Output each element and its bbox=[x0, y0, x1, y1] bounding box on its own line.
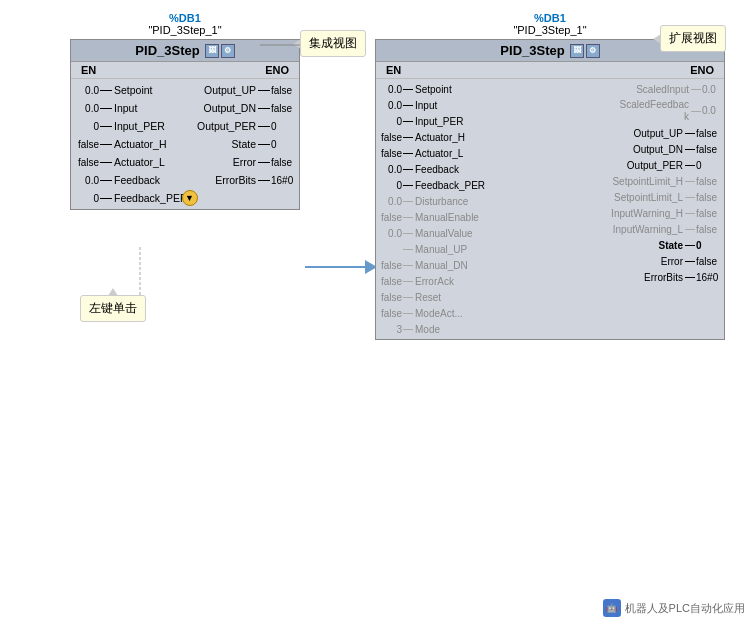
main-arrow bbox=[305, 260, 377, 274]
pin-row: Output_DN false bbox=[192, 99, 299, 117]
left-input-pins: 0.0 Setpoint 0.0 Input 0 Input_PER false bbox=[71, 79, 190, 209]
arrow-line bbox=[305, 266, 365, 268]
pin-row: false Actuator_L bbox=[376, 145, 548, 161]
expand-button[interactable]: ▼ bbox=[182, 190, 198, 206]
pin-line bbox=[100, 90, 112, 91]
pin-row: false Actuator_H bbox=[376, 129, 548, 145]
left-db-name: "PID_3Step_1" bbox=[70, 24, 300, 36]
pin-row: ScaledFeedback 0.0 bbox=[552, 97, 724, 125]
pin-row: Error false bbox=[192, 153, 299, 171]
left-block-header: PID_3Step 🖼 ⚙ bbox=[71, 40, 299, 62]
pin-row: 3 Mode bbox=[376, 321, 548, 337]
pin-row: 0.0 Setpoint bbox=[71, 81, 188, 99]
left-block-title: PID_3Step bbox=[135, 43, 199, 58]
pin-line bbox=[258, 144, 270, 145]
pin-row: false ModeAct... bbox=[376, 305, 548, 321]
pin-row: 0 Feedback_PER ▼ bbox=[71, 189, 188, 207]
pin-row: 0 Input_PER bbox=[376, 113, 548, 129]
pin-row: 0.0 Input bbox=[71, 99, 188, 117]
callout-integrated-text: 集成视图 bbox=[309, 35, 357, 52]
pin-row: ErrorBits 16#0 bbox=[552, 269, 724, 285]
pin-line bbox=[100, 198, 112, 199]
pin-row: 0.0 Input bbox=[376, 97, 548, 113]
pin-state-row: State 0 bbox=[552, 237, 724, 253]
callout-click: 左键单击 bbox=[80, 295, 146, 322]
pin-row: 0.0 ManualValue bbox=[376, 225, 548, 241]
pin-row: InputWarning_H false bbox=[552, 205, 724, 221]
right-output-pins: ScaledInput 0.0 ScaledFeedback 0.0 Outpu… bbox=[550, 79, 724, 339]
pin-row: false Reset bbox=[376, 289, 548, 305]
callout-click-text: 左键单击 bbox=[89, 300, 137, 317]
pin-row: Error false bbox=[552, 253, 724, 269]
pin-row: Output_DN false bbox=[552, 141, 724, 157]
left-en-label: EN bbox=[81, 64, 96, 76]
pin-row: 0 Input_PER bbox=[71, 117, 188, 135]
pin-line bbox=[258, 126, 270, 127]
pin-row: false Actuator_H bbox=[71, 135, 188, 153]
pin-row: 0.0 Feedback bbox=[376, 161, 548, 177]
right-db-ref: %DB1 bbox=[375, 12, 725, 24]
left-block: %DB1 "PID_3Step_1" PID_3Step 🖼 ⚙ EN ENO … bbox=[70, 12, 300, 210]
pin-row: false Manual_DN bbox=[376, 257, 548, 273]
pin-row: Manual_UP bbox=[376, 241, 548, 257]
left-db-ref: %DB1 bbox=[70, 12, 300, 24]
right-block-title: PID_3Step bbox=[500, 43, 564, 58]
pin-row: Output_UP false bbox=[552, 125, 724, 141]
left-block-box: PID_3Step 🖼 ⚙ EN ENO 0.0 Setpoint bbox=[70, 39, 300, 210]
right-block: %DB1 "PID_3Step_1" PID_3Step 🖼 ⚙ EN ENO … bbox=[375, 12, 725, 340]
left-header-icons: 🖼 ⚙ bbox=[205, 44, 235, 58]
pin-row: false Actuator_L bbox=[71, 153, 188, 171]
watermark: 🤖 机器人及PLC自动化应用 bbox=[603, 599, 745, 617]
icon-config-r: ⚙ bbox=[586, 44, 600, 58]
callout-integrated: 集成视图 bbox=[300, 30, 366, 57]
pin-row: ErrorBits 16#0 bbox=[192, 171, 299, 189]
pin-row: 0 Feedback_PER bbox=[376, 177, 548, 193]
pin-row: 0.0 Setpoint bbox=[376, 81, 548, 97]
callout-tail bbox=[293, 39, 301, 49]
pin-row: ScaledInput 0.0 bbox=[552, 81, 724, 97]
pin-line bbox=[258, 180, 270, 181]
pin-row: SetpointLimit_H false bbox=[552, 173, 724, 189]
pin-row: SetpointLimit_L false bbox=[552, 189, 724, 205]
icon-config: ⚙ bbox=[221, 44, 235, 58]
right-en-label: EN bbox=[386, 64, 401, 76]
pin-row: State 0 bbox=[192, 135, 299, 153]
pin-row: Output_PER 0 bbox=[552, 157, 724, 173]
pin-line bbox=[100, 126, 112, 127]
state-label: State bbox=[659, 240, 683, 251]
pin-row: Output_PER 0 bbox=[192, 117, 299, 135]
left-en-eno: EN ENO bbox=[71, 62, 299, 79]
right-block-body: 0.0 Setpoint 0.0 Input 0 Input_PER false bbox=[376, 79, 724, 339]
right-header-icons: 🖼 ⚙ bbox=[570, 44, 600, 58]
left-block-body: 0.0 Setpoint 0.0 Input 0 Input_PER false bbox=[71, 79, 299, 209]
right-en-eno: EN ENO bbox=[376, 62, 724, 79]
icon-image-r: 🖼 bbox=[570, 44, 584, 58]
pin-line bbox=[258, 162, 270, 163]
left-output-pins: Output_UP false Output_DN false Output_P… bbox=[190, 79, 299, 209]
right-eno-label: ENO bbox=[690, 64, 714, 76]
pin-line bbox=[258, 108, 270, 109]
callout-expanded-text: 扩展视图 bbox=[669, 30, 717, 47]
pin-row: 0.0 Feedback bbox=[71, 171, 188, 189]
pin-line bbox=[258, 90, 270, 91]
pin-line bbox=[100, 144, 112, 145]
watermark-text: 机器人及PLC自动化应用 bbox=[625, 601, 745, 616]
pin-row: false ErrorAck bbox=[376, 273, 548, 289]
icon-image: 🖼 bbox=[205, 44, 219, 58]
pin-row: 0.0 Disturbance bbox=[376, 193, 548, 209]
pin-row: false ManualEnable bbox=[376, 209, 548, 225]
callout-expanded-tail bbox=[653, 34, 661, 44]
pin-line bbox=[100, 180, 112, 181]
callout-expanded: 扩展视图 bbox=[660, 25, 726, 52]
pin-line bbox=[100, 108, 112, 109]
callout-tail-up bbox=[108, 288, 118, 296]
pin-row: Output_UP false bbox=[192, 81, 299, 99]
left-eno-label: ENO bbox=[265, 64, 289, 76]
right-block-box: PID_3Step 🖼 ⚙ EN ENO 0.0 Setpoint bbox=[375, 39, 725, 340]
watermark-icon: 🤖 bbox=[603, 599, 621, 617]
pin-row: InputWarning_L false bbox=[552, 221, 724, 237]
pin-line bbox=[100, 162, 112, 163]
right-input-pins: 0.0 Setpoint 0.0 Input 0 Input_PER false bbox=[376, 79, 550, 339]
